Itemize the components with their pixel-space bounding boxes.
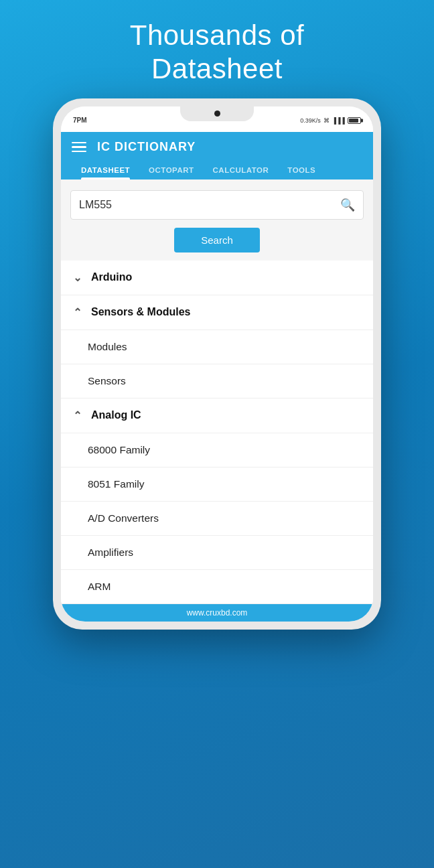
header-line2: Datasheet xyxy=(151,53,283,84)
label-8051: 8051 Family xyxy=(88,478,144,490)
tabs-row: DATASHEET OCTOPART CALCULATOR TOOLS xyxy=(72,161,362,179)
hamburger-line2 xyxy=(72,146,86,148)
list-item-ad-converters[interactable]: A/D Converters xyxy=(61,502,373,536)
label-68000: 68000 Family xyxy=(88,444,150,456)
camera-dot xyxy=(214,111,220,117)
search-input-row: 🔍 xyxy=(70,190,364,220)
app-title: IC DICTIONARY xyxy=(97,140,196,154)
hamburger-menu[interactable] xyxy=(72,142,86,153)
label-arduino: Arduino xyxy=(91,271,132,283)
chevron-arduino: ⌄ xyxy=(73,271,82,284)
list-item-arduino[interactable]: ⌄ Arduino xyxy=(61,261,373,295)
battery-icon xyxy=(348,117,361,124)
search-area: 🔍 Search xyxy=(61,179,373,261)
search-icon[interactable]: 🔍 xyxy=(340,198,355,212)
notch xyxy=(180,106,254,121)
chevron-analog-ic: ⌃ xyxy=(73,409,82,422)
list-area: ⌄ Arduino ⌃ Sensors & Modules Modules Se… xyxy=(61,261,373,604)
phone-screen: 7PM 0.39K/s ⌘ ▐▐▐ IC DICTIONARY xyxy=(61,106,373,622)
list-item-68000[interactable]: 68000 Family xyxy=(61,433,373,467)
phone-frame: 7PM 0.39K/s ⌘ ▐▐▐ IC DICTIONARY xyxy=(53,98,381,630)
tab-tools[interactable]: TOOLS xyxy=(278,161,325,179)
header-title: Thousands of Datasheet xyxy=(130,19,305,86)
label-analog-ic: Analog IC xyxy=(91,409,141,421)
status-time: 7PM xyxy=(73,117,87,124)
app-bar-top: IC DICTIONARY xyxy=(72,140,362,161)
footer-url: www.cruxbd.com xyxy=(187,608,248,618)
wifi-icon: ⌘ xyxy=(323,117,330,124)
hamburger-line3 xyxy=(72,151,86,153)
tab-calculator[interactable]: CALCULATOR xyxy=(204,161,279,179)
app-bar: IC DICTIONARY DATASHEET OCTOPART CALCULA… xyxy=(61,132,373,179)
hamburger-line1 xyxy=(72,142,86,144)
label-sensors: Sensors xyxy=(88,375,126,387)
label-amplifiers: Amplifiers xyxy=(88,547,133,559)
chevron-sensors-modules: ⌃ xyxy=(73,306,82,319)
status-indicators: 0.39K/s ⌘ ▐▐▐ xyxy=(300,117,361,124)
search-button[interactable]: Search xyxy=(174,228,260,252)
label-modules: Modules xyxy=(88,341,127,353)
label-ad-converters: A/D Converters xyxy=(88,512,159,524)
footer-bar: www.cruxbd.com xyxy=(61,604,373,622)
list-item-arm[interactable]: ARM xyxy=(61,570,373,604)
signal-icon: ▐▐▐ xyxy=(332,117,345,124)
search-input[interactable] xyxy=(79,199,340,211)
list-item-sensors[interactable]: Sensors xyxy=(61,364,373,399)
list-item-analog-ic[interactable]: ⌃ Analog IC xyxy=(61,399,373,433)
list-item-sensors-modules[interactable]: ⌃ Sensors & Modules xyxy=(61,295,373,330)
status-bar: 7PM 0.39K/s ⌘ ▐▐▐ xyxy=(61,106,373,132)
list-item-modules[interactable]: Modules xyxy=(61,330,373,364)
list-item-amplifiers[interactable]: Amplifiers xyxy=(61,536,373,570)
tab-octopart[interactable]: OCTOPART xyxy=(139,161,203,179)
tab-datasheet[interactable]: DATASHEET xyxy=(72,161,139,179)
header-line1: Thousands of xyxy=(130,19,305,51)
list-item-8051[interactable]: 8051 Family xyxy=(61,467,373,502)
label-arm: ARM xyxy=(88,581,111,593)
status-speed: 0.39K/s xyxy=(300,117,321,124)
label-sensors-modules: Sensors & Modules xyxy=(91,306,190,318)
